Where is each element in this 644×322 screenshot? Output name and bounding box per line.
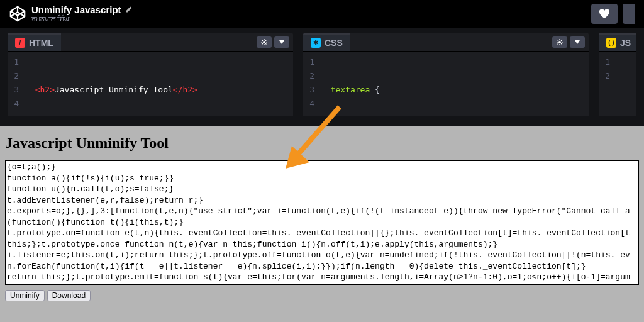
codepen-logo-icon[interactable]: [9, 5, 26, 23]
output-preview: Javascript Unminify Tool Unminify Downlo…: [0, 126, 644, 322]
js-code-body[interactable]: 1 2: [599, 52, 636, 116]
css-tab-label: CSS: [325, 38, 343, 48]
pen-author[interactable]: ਰਮਨਪਾਲ ਸਿੰਘ: [31, 15, 591, 23]
html-settings-button[interactable]: [257, 36, 272, 48]
topbar-actions: [591, 4, 635, 24]
love-button[interactable]: [591, 4, 618, 24]
more-button[interactable]: [623, 4, 635, 24]
html-editor-panel: / HTML 1 2 3 4 <h2>Javascript Unminify T: [8, 33, 293, 116]
css-code-body[interactable]: 1 2 3 4 textarea { width: 100%; height: …: [303, 52, 589, 116]
top-bar: Unminify Javascript ਰਮਨਪਾਲ ਸਿੰਘ: [0, 0, 644, 28]
input-textarea[interactable]: [5, 160, 639, 285]
html-code-body[interactable]: 1 2 3 4 <h2>Javascript Unminify Tool</h2…: [8, 52, 293, 116]
svg-point-3: [263, 41, 265, 43]
css-badge-icon: ✱: [311, 38, 321, 48]
html-editor-header: / HTML: [8, 33, 293, 52]
html-tab-label: HTML: [29, 38, 53, 48]
download-button[interactable]: Download: [47, 290, 91, 301]
page-title: Javascript Unminify Tool: [5, 135, 639, 152]
html-tab[interactable]: / HTML: [8, 33, 61, 51]
editors-row: / HTML 1 2 3 4 <h2>Javascript Unminify T: [0, 28, 644, 121]
html-dropdown-button[interactable]: [274, 36, 289, 48]
js-editor-panel: ( ) JS 1 2: [599, 33, 636, 116]
js-tab[interactable]: ( ) JS: [599, 33, 636, 51]
css-tab[interactable]: ✱ CSS: [303, 33, 350, 51]
unminify-button[interactable]: Unminify: [5, 290, 45, 301]
pen-title-area: Unminify Javascript ਰਮਨਪਾਲ ਸਿੰਘ: [31, 4, 591, 23]
svg-point-4: [558, 41, 561, 43]
css-editor-header: ✱ CSS: [303, 33, 589, 52]
js-editor-header: ( ) JS: [599, 33, 636, 52]
js-badge-icon: ( ): [606, 38, 616, 48]
css-editor-panel: ✱ CSS 1 2 3 4 textarea {: [303, 33, 589, 116]
css-dropdown-button[interactable]: [570, 36, 585, 48]
css-settings-button[interactable]: [552, 36, 567, 48]
pen-title[interactable]: Unminify Javascript: [31, 4, 121, 15]
pencil-icon[interactable]: [125, 4, 133, 15]
html-badge-icon: /: [15, 38, 25, 48]
js-tab-label: JS: [620, 38, 631, 48]
